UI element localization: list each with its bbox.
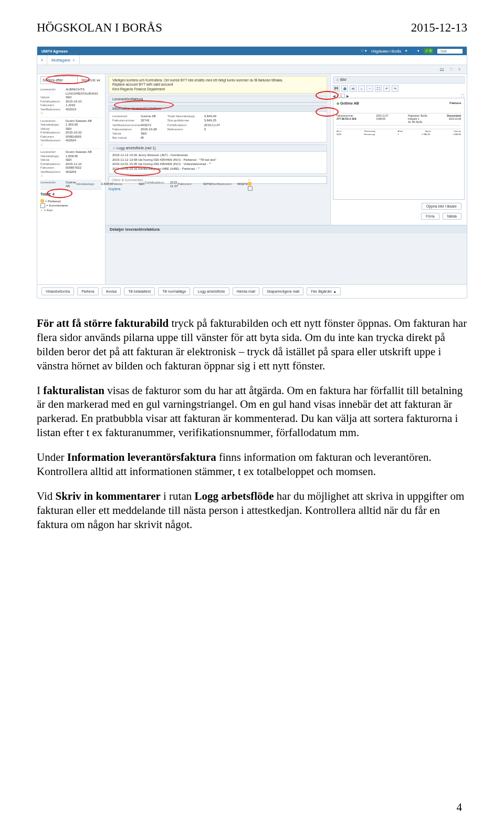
doc-header-right: 2015-12-13 (411, 21, 467, 35)
panel-info-header[interactable]: Information leverantörsfaktura (109, 106, 327, 112)
zoomout-icon[interactable]: − (366, 85, 373, 92)
panel-bild-header[interactable]: ☆ Bild (333, 76, 465, 84)
sort-dropdown[interactable]: Sortera efter (40, 76, 78, 84)
page-number: 1 (337, 94, 345, 98)
heart2-icon[interactable]: ♡ (449, 67, 453, 72)
close-icon[interactable]: × (72, 58, 75, 63)
org-dropdown-icon[interactable]: ▾ (405, 49, 407, 53)
doc-header-left: HÖGSKOLAN I BORÅS (37, 21, 162, 35)
print2-icon[interactable]: 🖶 (341, 85, 348, 92)
footer-button[interactable]: Skapa/redigera mall (262, 287, 303, 295)
app-topbar: UNIT4 Agresso ♡ ▾ Högskolan i Borås ▾ 👤 … (37, 47, 467, 55)
rot-right-icon[interactable]: ↷ (392, 85, 398, 92)
print-icon[interactable]: 🕮 (440, 67, 444, 72)
next-page-icon[interactable]: ▶ (346, 94, 349, 98)
log-line: 2015-12-01 15:35 Ida Noring 033-4354406 … (112, 162, 323, 167)
check-icon[interactable]: ✓ 0 (424, 48, 433, 54)
footer-button[interactable]: Fler åtgärder ▲ (307, 287, 341, 295)
sidebar-invoice-item[interactable]: Leverantör:ALBRECHTS LUNCHRESTAURANGValu… (40, 86, 102, 118)
panel-detaljer-header[interactable]: Detaljer leverantörsfaktura (106, 225, 467, 233)
zoomin-icon[interactable]: + (358, 85, 365, 92)
copy-link[interactable]: Kopiera (106, 186, 330, 192)
legend-kommentarer: = Kommentarer (40, 203, 102, 208)
paragraph-3: Under Information leverantörsfaktura fin… (37, 450, 467, 479)
legend-parkerad: = Parkerad (40, 199, 102, 203)
org-label: Högskolan i Borås (371, 49, 401, 53)
log-line: 2015-11-12 13:58 Ida Noring 033-4354406 … (112, 158, 323, 162)
fit-icon[interactable]: ⛶ (375, 85, 382, 92)
paragraph-1: För att få större fakturabild tryck på f… (37, 316, 467, 373)
tab-row: ≡ Mottagare × (37, 55, 467, 65)
paragraph-2: I fakturalistan visas de fakturor som du… (37, 384, 467, 440)
tab-mottagare[interactable]: Mottagare × (47, 55, 80, 65)
rot-left-icon[interactable]: ↶ (383, 85, 390, 92)
next-button[interactable]: Nästa (443, 213, 461, 220)
help-icon[interactable]: ? (458, 67, 460, 72)
sort-dir[interactable]: Stigande ⋈ (79, 77, 102, 84)
paragraph-4: Vid Skriv in kommentarer i rutan Logg ar… (37, 489, 467, 532)
brand-label: UNIT4 Agresso (41, 49, 68, 53)
main-area: Vänligen kontera och Kontrollera. Om kon… (106, 74, 467, 284)
open-image-button[interactable]: Öppna bild i läsare (422, 203, 461, 210)
footer-button[interactable]: Vidarebefordra (41, 287, 74, 295)
menu-icon[interactable]: ≡ (37, 55, 47, 65)
panel-levfak: Leverantörsfaktura (109, 96, 327, 103)
footer-button[interactable]: Avvisa (102, 287, 121, 295)
prev-button[interactable]: Förra (421, 213, 439, 220)
invoice-image[interactable]: ◆ Gotime AB Faktura Fakturanummer ATT BE… (333, 98, 465, 200)
panel-info: Information leverantörsfaktura Leverantö… (109, 105, 327, 142)
image-panel: ☆ Bild 💾 🖶 ✉ + − ⛶ ↶ ↷ ◀ (330, 74, 467, 225)
panel-log: ☆ Logg arbetsflöde (rad 1) 2015-11-12 10… (109, 145, 327, 174)
sidebar-invoice-item[interactable]: Leverantör:Gotime ABValutabelopp:3.848,0… (40, 180, 102, 190)
search-input[interactable]: Sök (440, 49, 447, 53)
total-count: Totalt: 4 (40, 192, 102, 196)
prev-page-icon[interactable]: ◀ (333, 94, 335, 98)
footer-button[interactable]: Parkera (77, 287, 99, 295)
mail-icon[interactable]: ✉ (350, 85, 356, 92)
screenshot-container: UNIT4 Agresso ♡ ▾ Högskolan i Borås ▾ 👤 … (37, 46, 467, 298)
sidebar-invoice-item[interactable]: Leverantör:Dustin Sweden ABValutabelopp:… (40, 118, 102, 149)
footer-button[interactable]: Till betalattest (124, 287, 155, 295)
footer-button[interactable]: Logg arbetsflöde (193, 287, 229, 295)
log-line: 2015-11-12 10:26 Jenny Eliasson (JET) - … (112, 153, 323, 158)
page-number-footer: 4 (457, 801, 463, 814)
sidebar: Sortera efter Stigande ⋈ Leverantör:ALBR… (37, 74, 106, 284)
sidebar-invoice-item[interactable]: Leverantör:Dustin Sweden ABValutabelopp:… (40, 149, 102, 180)
footer-button[interactable]: Till normalläge (158, 287, 190, 295)
heart-icon[interactable]: ♡ ▾ (361, 49, 367, 53)
legend-fort: = Fort (40, 208, 102, 212)
user-icon[interactable]: 👤 ▾ (412, 49, 419, 53)
message-box: Vänligen kontera och Kontrollera. Om kon… (109, 76, 327, 94)
log-line: 2015-12-09 10:16 Annika Bergman AIBE (AI… (112, 167, 323, 171)
tab-label: Mottagare (51, 58, 70, 63)
footer-button[interactable]: Hämta mall (233, 287, 259, 295)
panel-log-header[interactable]: ☆ Logg arbetsflöde (rad 1) (109, 145, 327, 152)
panel-levfak-header[interactable]: Leverantörsfaktura (109, 96, 327, 102)
action-footer: VidarebefordraParkeraAvvisaTill betalatt… (37, 284, 467, 298)
save-icon[interactable]: 💾 (333, 85, 340, 92)
